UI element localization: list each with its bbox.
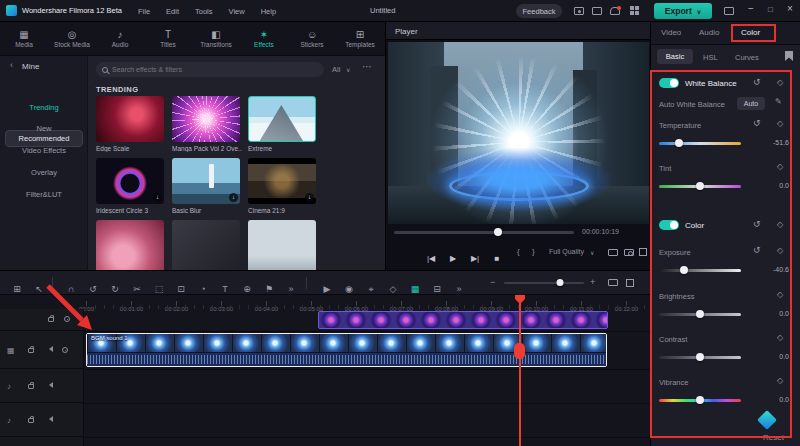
text-tool-icon[interactable]: T [214, 284, 236, 294]
vibrance-slider-handle[interactable] [696, 396, 704, 404]
zoom-out-icon[interactable]: − [490, 277, 495, 287]
selected-media-clip[interactable]: BGM sound 1 [86, 333, 607, 367]
speed-icon[interactable]: ◔ [192, 284, 214, 294]
contrast-slider[interactable] [659, 356, 741, 359]
lock-icon[interactable] [28, 384, 34, 389]
media-view-icon[interactable]: ⊞ [6, 284, 28, 294]
filter-all-dropdown[interactable]: All [332, 65, 340, 74]
temperature-slider-handle[interactable] [675, 139, 683, 147]
color-toggle[interactable] [659, 220, 679, 230]
tab-titles[interactable]: TTitles [144, 22, 192, 56]
effect-thumb-partial[interactable] [96, 220, 164, 270]
effect-thumb-cinema[interactable]: ↓ [248, 158, 316, 204]
keyframe-contrast-icon[interactable]: ◇ [777, 334, 783, 342]
mark-in-icon[interactable]: { [517, 247, 520, 256]
tab-stickers[interactable]: ☺Stickers [288, 22, 336, 56]
tab-audio[interactable]: ♪Audio [96, 22, 144, 56]
effect-thumb-partial[interactable] [172, 220, 240, 270]
vibrance-slider[interactable] [659, 399, 741, 402]
tab-transitions[interactable]: ◧Transitions [192, 22, 240, 56]
effect-thumb-iridescent[interactable]: ↓ [96, 158, 164, 204]
keyframe-temperature-icon[interactable]: ◇ [777, 120, 783, 128]
auto-button[interactable]: Auto [737, 97, 765, 110]
overlay-track-header[interactable] [0, 309, 84, 331]
crop-icon[interactable]: ⊡ [170, 284, 192, 294]
effect-thumb-extreme[interactable] [248, 96, 316, 142]
effect-thumb-edge-scale[interactable] [96, 96, 164, 142]
quality-caret-icon[interactable]: ∨ [590, 249, 594, 256]
visibility-icon[interactable] [62, 347, 68, 353]
keyframe-exposure-icon[interactable]: ◇ [777, 247, 783, 255]
keyframe-color-icon[interactable]: ◇ [777, 221, 783, 229]
playhead-grip[interactable] [514, 343, 525, 359]
menu-tools[interactable]: Tools [195, 7, 213, 16]
layout-switch-icon[interactable] [724, 7, 734, 15]
menu-edit[interactable]: Edit [166, 7, 179, 16]
lock-icon[interactable] [28, 348, 34, 353]
export-button[interactable]: Export∨ [654, 3, 712, 19]
playhead-line[interactable] [519, 295, 521, 446]
stop-icon[interactable]: ■ [486, 254, 508, 263]
close-icon[interactable]: × [787, 3, 793, 14]
white-balance-toggle[interactable] [659, 78, 679, 88]
audio-track-header[interactable]: ♪ [0, 403, 84, 437]
minimize-icon[interactable]: − [748, 3, 754, 14]
sidebar-item-video-effects[interactable]: Video Effects [0, 146, 88, 155]
keyframe-icon[interactable]: ◇ [382, 284, 404, 294]
feedback-button[interactable]: Feedback [516, 4, 562, 18]
fullscreen-icon[interactable] [639, 248, 647, 256]
brightness-slider-handle[interactable] [696, 310, 704, 318]
notification-icon[interactable] [610, 7, 620, 15]
keyframe-vibrance-icon[interactable]: ◇ [777, 377, 783, 385]
timeline-zoom-slider[interactable] [504, 282, 584, 284]
zoom-in-icon[interactable]: + [590, 277, 595, 287]
export-caret-icon[interactable]: ∨ [697, 8, 701, 15]
reset-temperature-icon[interactable]: ↺ [753, 119, 761, 128]
subtab-basic[interactable]: Basic [657, 49, 693, 64]
exposure-slider-handle[interactable] [680, 266, 688, 274]
temperature-slider[interactable] [659, 142, 741, 145]
audio-track-header[interactable]: ♪ [0, 369, 84, 403]
mute-icon[interactable] [46, 382, 53, 388]
filter-caret-icon[interactable]: ∨ [346, 66, 350, 73]
record-icon[interactable]: ◉ [338, 284, 360, 294]
menu-help[interactable]: Help [261, 7, 276, 16]
tab-effects[interactable]: ✶Effects [240, 22, 288, 56]
keyframe-brightness-icon[interactable]: ◇ [777, 291, 783, 299]
video-track-header[interactable]: ▦ [0, 331, 84, 369]
more-tools-icon[interactable]: » [280, 284, 302, 294]
playback-progress-bar[interactable] [394, 231, 574, 234]
clip-audio-waveform[interactable] [87, 352, 606, 366]
sidebar-item-mine[interactable]: Mine [22, 62, 39, 71]
playback-progress-handle[interactable] [494, 228, 502, 236]
back-chevron-icon[interactable]: ‹ [10, 60, 13, 70]
effect-overlay-clip[interactable] [318, 311, 608, 329]
undo-icon[interactable]: ↺ [82, 284, 104, 294]
magnet-icon[interactable]: ∩ [60, 284, 82, 294]
timeline-settings-icon[interactable] [626, 279, 634, 287]
marker-icon[interactable]: ⚑ [258, 284, 280, 294]
keyframe-tint-icon[interactable]: ◇ [777, 163, 783, 171]
search-input[interactable] [112, 66, 318, 73]
reset-button[interactable]: Reset [763, 433, 784, 442]
video-preview[interactable] [388, 42, 649, 224]
tint-slider-handle[interactable] [696, 182, 704, 190]
split-screen-icon[interactable]: ⊟ [426, 284, 448, 294]
fit-timeline-icon[interactable] [608, 279, 618, 286]
display-mode-icon[interactable] [608, 249, 618, 256]
delete-icon[interactable]: ⬚ [148, 284, 170, 294]
redo-icon[interactable]: ↻ [104, 284, 126, 294]
reset-white-balance-icon[interactable]: ↺ [753, 78, 761, 87]
tab-color[interactable]: Color [741, 28, 760, 37]
reset-exposure-icon[interactable]: ↺ [753, 246, 761, 255]
clip-video-filmstrip[interactable]: BGM sound 1 [87, 334, 606, 352]
search-bar[interactable] [96, 62, 324, 77]
apps-grid-icon[interactable] [630, 6, 640, 14]
visibility-icon[interactable] [64, 316, 70, 322]
brightness-slider[interactable] [659, 313, 741, 316]
keyframe-white-balance-icon[interactable]: ◇ [777, 79, 783, 87]
effect-thumb-partial[interactable] [248, 220, 316, 270]
menu-file[interactable]: File [138, 7, 150, 16]
effect-thumb-manga-pack[interactable] [172, 96, 240, 142]
subtab-curves[interactable]: Curves [735, 53, 759, 62]
